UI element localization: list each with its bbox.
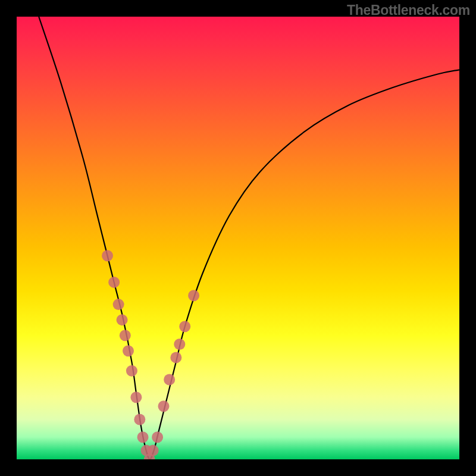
data-marker — [102, 250, 113, 261]
data-marker — [113, 299, 124, 310]
data-marker — [158, 400, 170, 412]
data-marker — [126, 365, 137, 377]
watermark-text: TheBottleneck.com — [347, 2, 470, 18]
data-marker — [170, 352, 181, 363]
chart-container: TheBottleneck.com — [0, 0, 476, 476]
data-marker — [148, 445, 159, 456]
data-marker — [152, 431, 163, 443]
data-marker — [130, 392, 142, 403]
data-marker — [108, 277, 120, 288]
data-marker — [188, 290, 199, 301]
data-marker — [179, 321, 190, 332]
data-marker — [174, 339, 185, 350]
curve-svg — [17, 17, 459, 459]
data-marker — [120, 330, 131, 341]
data-marker — [164, 374, 175, 386]
data-marker — [137, 431, 149, 443]
bottleneck-curve — [39, 17, 459, 459]
plot-area — [17, 17, 459, 459]
data-marker — [123, 345, 134, 356]
data-marker — [134, 414, 145, 425]
marker-group — [102, 250, 199, 459]
data-marker — [117, 314, 128, 325]
